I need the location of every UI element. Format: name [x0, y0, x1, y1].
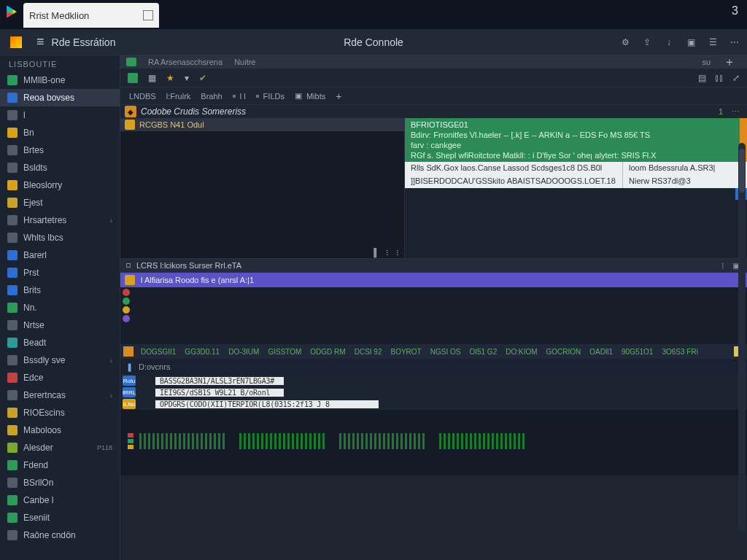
debug-header[interactable]: ❚ D:ovcnrs	[120, 359, 747, 375]
layout-icon[interactable]: ☰	[706, 36, 719, 49]
output-body[interactable]: X	[405, 188, 747, 258]
sidebar-item-21[interactable]: AlesderP118	[0, 439, 120, 456]
sidebar-item-17[interactable]: Edce	[0, 369, 120, 386]
sidebar-item-15[interactable]: Beadt	[0, 334, 120, 351]
code-file-icon	[125, 120, 135, 130]
add-tab-icon[interactable]: ＋	[724, 55, 735, 70]
ruler-cell-0[interactable]: DOGSGII1	[141, 348, 176, 356]
sidebar-item-0[interactable]: MMllB-one	[0, 71, 120, 89]
warn-marker-icon[interactable]	[123, 306, 130, 314]
more-icon[interactable]: ⋯	[728, 36, 741, 49]
sidebar-item-label: Prst	[23, 268, 39, 278]
sidebar-item-9[interactable]: Whlts lbcs	[0, 229, 120, 246]
sidebar-item-19[interactable]: RIOEscins	[0, 404, 120, 421]
seg-mibts[interactable]: ▣ Mibts	[295, 91, 325, 101]
sidebar-item-5[interactable]: Bsldts	[0, 159, 120, 176]
scrollbar-thumb[interactable]	[739, 149, 745, 192]
seg-brahh[interactable]: Brahh	[201, 92, 222, 101]
ruler-cell-3[interactable]: GISSTOM	[268, 348, 301, 356]
share-icon[interactable]: ⇪	[640, 36, 654, 49]
ob-indicator-a[interactable]: 1	[719, 107, 723, 117]
run-icon[interactable]	[128, 73, 138, 83]
breakpoint-icon[interactable]	[123, 289, 130, 296]
seg-lndbs[interactable]: LNDBS	[129, 92, 156, 101]
sidebar-item-6[interactable]: Bleoslorry	[0, 176, 120, 194]
sidebar-item-11[interactable]: Prst	[0, 264, 120, 281]
sidebar-item-24[interactable]: Canbe l	[0, 491, 120, 509]
mid-section-bar[interactable]: LCRS l:lcikors Surser Rrl.eTA ⫶ ▣	[120, 258, 747, 273]
debug-row-1[interactable]: Rolu BASSG2BA3N1/ALSL3rEN7LBGA3#	[120, 375, 747, 386]
ruler-cell-9[interactable]: DO:KIOM	[506, 348, 537, 356]
sidebar-item-label: Maboloos	[23, 425, 61, 435]
window-tab[interactable]: Rrist Medklion	[23, 3, 159, 28]
sidebar-item-1[interactable]: Reoa bovses	[0, 89, 120, 106]
collapse-icon[interactable]	[126, 263, 131, 268]
sidebar-item-8[interactable]: Hrsartetres›	[0, 211, 120, 229]
ruler-cell-4[interactable]: ODGD RM	[310, 348, 345, 356]
check-icon[interactable]: ✔	[199, 73, 206, 83]
sidebar-item-26[interactable]: Raône cndӧn	[0, 526, 120, 544]
hamburger-icon[interactable]: ≡	[36, 34, 44, 50]
run-marker-icon[interactable]	[123, 298, 130, 305]
ruler-cell-12[interactable]: 90G51O1	[622, 348, 653, 356]
sidebar-item-label: Barerl	[23, 250, 47, 260]
sidebar-item-18[interactable]: Berertncas›	[0, 386, 120, 404]
timeline-ruler[interactable]: DOGSGII1GG3D0.11DO-3IUMGISSTOMODGD RMDCS…	[120, 344, 747, 359]
panel-icon[interactable]: ▣	[684, 36, 697, 49]
download-icon[interactable]: ↓	[662, 36, 676, 49]
sidebar-item-14[interactable]: Nrtse	[0, 316, 120, 334]
ruler-cell-2[interactable]: DO-3IUM	[228, 348, 259, 356]
star-icon[interactable]: ★	[166, 73, 174, 83]
ruler-icon[interactable]: ⫿⫿	[715, 73, 724, 83]
ruler-cell-1[interactable]: GG3D0.11	[185, 348, 220, 356]
expand-icon[interactable]: ⤢	[732, 73, 740, 83]
sidebar-item-23[interactable]: BSrllOn	[0, 474, 120, 491]
subtab-b[interactable]: Nuitre	[234, 58, 255, 66]
mid-action-a[interactable]: ⫶	[721, 261, 725, 271]
ruler-cell-5[interactable]: DCSI 92	[355, 348, 382, 356]
ruler-cell-11[interactable]: OADll1	[589, 348, 613, 356]
subtab-a[interactable]: RA Arsenascchsrena	[148, 58, 222, 66]
subtab-search[interactable]: su	[694, 57, 718, 67]
sidebar-item-12[interactable]: Brits	[0, 281, 120, 299]
sidebar-item-20[interactable]: Maboloos	[0, 421, 120, 439]
ob-indicator-b[interactable]: ⋯	[732, 107, 740, 117]
seg-filds[interactable]: FILDs	[256, 92, 285, 101]
sidebar-item-label: l	[23, 110, 26, 120]
ruler-cell-7[interactable]: NGSI OS	[430, 348, 461, 356]
code-editor[interactable]: RCGBS N41 Odul ▌ ⫶ ⫶	[120, 118, 405, 258]
ruler-cell-13[interactable]: 3O6S3 FRi	[662, 348, 697, 356]
chevron-down-icon[interactable]: ▾	[185, 73, 189, 83]
code-editor-tab[interactable]: RCGBS N41 Odul	[120, 118, 404, 131]
scrollbar[interactable]	[738, 143, 746, 531]
sidebar-item-4[interactable]: Brtes	[0, 141, 120, 159]
gutter-body[interactable]	[132, 287, 747, 344]
sidebar-item-10[interactable]: Barerl	[0, 246, 120, 264]
ruler-cell-8[interactable]: OI51 G2	[469, 348, 497, 356]
main-area: LISBOUTIE MMllB-oneReoa bovseslBnBrtesBs…	[0, 55, 747, 560]
sidebar-item-22[interactable]: Fdend	[0, 456, 120, 474]
settings-icon[interactable]: ⚙	[619, 36, 632, 49]
output-line-1: Bdirv: Frronitfes Vl.haeler -- [.k] E --…	[411, 130, 741, 140]
sidebar-item-25[interactable]: Eseniit	[0, 509, 120, 526]
sidebar-item-13[interactable]: Nn.	[0, 299, 120, 316]
sidebar-item-3[interactable]: Bn	[0, 124, 120, 141]
grid-view-icon[interactable]: ▦	[148, 73, 156, 83]
sidebar-item-icon	[7, 75, 18, 85]
sidebar-item-16[interactable]: Bssdly sve›	[0, 351, 120, 369]
sidebar-item-2[interactable]: l	[0, 106, 120, 124]
sidebar-item-7[interactable]: Ejest	[0, 194, 120, 211]
function-bar[interactable]: l Alfiarisa Roodo fis e (anrsl A:|1	[120, 273, 747, 287]
ruler-cell-6[interactable]: BOYROT	[390, 348, 421, 356]
debug-row-2[interactable]: IRRL IEI9GS/dSB1S W9L21 B/oRonl	[120, 386, 747, 398]
output-table-row-1[interactable]: Rlls SdK.Gox laos.Canse Lassod Scdsges1c…	[405, 162, 747, 175]
seg-frulrk[interactable]: l:Frulrk	[166, 92, 191, 101]
ruler-cell-10[interactable]: GOCRION	[546, 348, 581, 356]
seg-ll[interactable]: l l	[233, 92, 246, 101]
info-marker-icon[interactable]	[123, 315, 130, 322]
debug-row-3[interactable]: ILNo OPDGRS(CODO(XII)TERPIOR(L8(031S:2f1…	[120, 398, 747, 410]
palette-icon[interactable]: ▤	[698, 73, 706, 83]
output-table-row-2[interactable]: ]]BISERDODCAU'GSSkito ABAISTSADOOOGS.LOE…	[405, 175, 747, 188]
gutter-icons	[120, 287, 132, 344]
add-segment-icon[interactable]: +	[336, 90, 341, 102]
